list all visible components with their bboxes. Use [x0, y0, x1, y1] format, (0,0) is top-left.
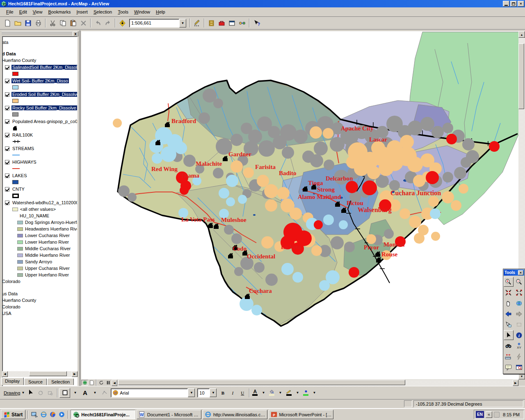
toc-layer[interactable]: SalinatedSoil Buffer 2Km_Dissolve [2, 64, 77, 71]
magnifier-window-tool[interactable] [514, 362, 524, 372]
fill-color-button[interactable] [268, 388, 275, 398]
menu-selection[interactable]: Selection [91, 8, 115, 16]
go-to-xy-tool[interactable]: XY [514, 341, 524, 351]
task-button[interactable]: http://www.illinoisatlas.co... [203, 410, 267, 419]
scroll-track[interactable] [117, 380, 513, 386]
scroll-up-icon[interactable]: ▲ [518, 31, 525, 38]
layer-checkbox[interactable] [5, 106, 9, 110]
map-canvas[interactable]: BradfordApache CityLascarGardnerMalachit… [81, 31, 518, 379]
scroll-track[interactable] [8, 371, 72, 377]
scroll-thumb[interactable] [518, 43, 524, 109]
font-color-button[interactable]: A [251, 388, 258, 398]
paste-button[interactable] [68, 18, 78, 28]
toc-layer[interactable]: Eroded Soil Buffer 2Km_Dissolve [2, 91, 77, 98]
restore-button[interactable] [510, 1, 517, 7]
toc-layer[interactable]: LAKES [2, 172, 77, 179]
toc-layer[interactable]: STREAMS [2, 145, 77, 152]
print-button[interactable] [33, 18, 43, 28]
toc-layer[interactable]: CNTY [2, 186, 77, 192]
open-folder-button[interactable] [13, 18, 23, 28]
marker-color-dropdown[interactable]: ▼ [309, 388, 319, 398]
layer-name[interactable]: RAIL100K [11, 132, 34, 137]
fixed-zoom-in-tool[interactable] [504, 288, 514, 297]
layer-name[interactable]: Populated Areas-gnispop_p_co055 [11, 119, 78, 124]
close-button[interactable]: × [518, 1, 524, 7]
toc-layer[interactable]: Rocky Soil Buffer 2km_Dissolve [2, 105, 77, 111]
pan-tool[interactable] [504, 298, 514, 308]
layer-name[interactable]: Eroded Soil Buffer 2Km_Dissolve [11, 92, 78, 97]
arccatalog-button[interactable] [206, 18, 217, 28]
tray-app-icon[interactable] [494, 412, 500, 418]
panel-grab-handle[interactable] [2, 31, 72, 32]
task-button[interactable]: Hecht1681FinalProje... [71, 410, 135, 419]
italic-button[interactable]: I [228, 388, 237, 398]
layer-checkbox[interactable] [5, 173, 9, 178]
scroll-right-icon[interactable]: ▶ [72, 371, 78, 377]
modelbuilder-button[interactable] [237, 18, 247, 28]
menu-insert[interactable]: Insert [73, 8, 91, 16]
new-document-button[interactable] [2, 18, 13, 28]
toc-layer[interactable]: Watershed-wbdhu12_a_11020006 [2, 199, 77, 206]
layer-swatch[interactable] [12, 112, 18, 116]
tools-palette-titlebar[interactable]: Tools × [504, 269, 524, 276]
panel-grab-handle[interactable] [2, 33, 72, 34]
font-size-combo[interactable]: 10 ▼ [197, 388, 217, 397]
layer-checkbox[interactable] [5, 201, 9, 205]
language-indicator[interactable]: EN [476, 411, 484, 418]
zoom-in-tool[interactable] [504, 277, 514, 287]
shape-tool[interactable] [59, 388, 70, 398]
scroll-right-icon[interactable]: ▶ [513, 380, 518, 386]
toc-horizontal-scrollbar[interactable]: ◀ ▶ [2, 371, 78, 377]
layer-name[interactable]: Rocky Soil Buffer 2km_Dissolve [11, 105, 77, 110]
select-features-tool[interactable] [504, 320, 514, 329]
text-tool[interactable]: A [80, 388, 90, 398]
scale-dropdown-icon[interactable]: ▼ [179, 19, 186, 27]
menu-bookmarks[interactable]: Bookmarks [45, 8, 73, 16]
layer-swatch[interactable] [12, 72, 18, 76]
redo-button[interactable] [103, 18, 113, 28]
measure-tool[interactable] [504, 352, 514, 361]
layer-name[interactable]: LAKES [11, 173, 27, 178]
save-button[interactable] [23, 18, 33, 28]
toc-layer[interactable]: Populated Areas-gnispop_p_co055 [2, 118, 77, 125]
add-data-button[interactable] [117, 18, 128, 28]
shape-tool-dropdown[interactable]: ▼ [70, 388, 80, 398]
find-tool[interactable] [504, 341, 514, 351]
menu-tools[interactable]: Tools [115, 8, 131, 16]
font-size-dropdown-icon[interactable]: ▼ [210, 388, 217, 397]
tab-selection[interactable]: Selection [47, 378, 74, 385]
layer-name[interactable]: SalinatedSoil Buffer 2Km_Dissolve [11, 65, 78, 70]
layer-swatch[interactable] [12, 99, 18, 103]
drawing-menu-button[interactable]: Drawing ▼ [2, 388, 26, 398]
menu-edit[interactable]: Edit [16, 8, 30, 16]
map-scale-combo[interactable]: 1:506,661▼ [129, 19, 186, 27]
zoom-out-tool[interactable] [514, 277, 524, 287]
identify-tool[interactable]: i [514, 330, 524, 340]
whats-this-help-button[interactable]: ? [251, 18, 262, 28]
underline-button[interactable]: U [237, 388, 247, 398]
text-tool-dropdown[interactable]: ▼ [90, 388, 100, 398]
forward-extent-tool[interactable] [514, 309, 524, 319]
copy-button[interactable] [58, 18, 68, 28]
ie-icon[interactable] [39, 411, 48, 419]
layer-checkbox[interactable] [5, 65, 9, 70]
arctoolbox-button[interactable] [217, 18, 227, 28]
font-color-dropdown[interactable]: ▼ [258, 388, 268, 398]
font-combo[interactable]: O Arial ▼ [111, 388, 195, 397]
scroll-left-icon[interactable]: ◀ [2, 371, 8, 377]
layer-checkbox[interactable] [5, 119, 9, 124]
pause-drawing-button[interactable] [105, 380, 112, 386]
command-window-button[interactable] [227, 18, 237, 28]
layer-checkbox[interactable] [5, 92, 9, 97]
line-color-button[interactable] [285, 388, 292, 398]
start-button[interactable]: Start [1, 410, 25, 419]
layer-checkbox[interactable] [5, 187, 9, 192]
layer-checkbox[interactable] [5, 160, 9, 164]
media-player-icon[interactable] [57, 411, 66, 419]
clear-selected-tool[interactable] [514, 320, 524, 329]
show-desktop-icon[interactable] [30, 411, 39, 419]
layer-swatch[interactable] [12, 155, 20, 155]
layer-swatch[interactable] [12, 85, 18, 89]
scroll-left-icon[interactable]: ◀ [112, 380, 117, 386]
tools-close-icon[interactable]: × [518, 270, 523, 275]
